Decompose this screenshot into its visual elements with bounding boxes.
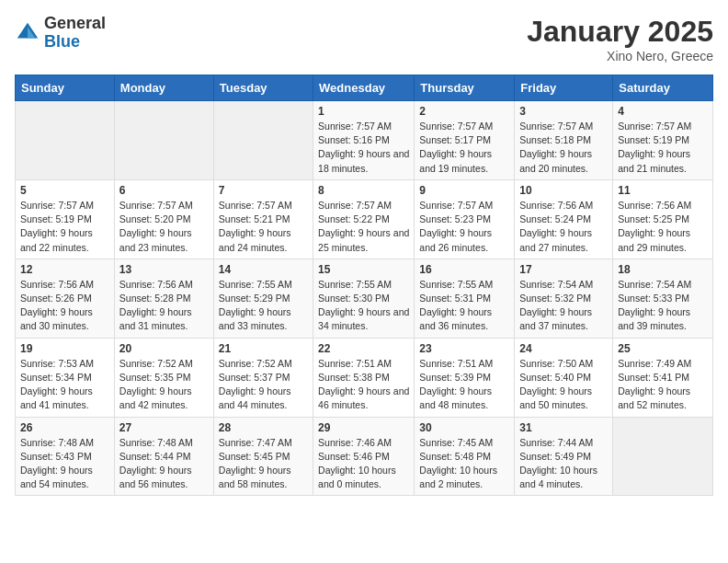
calendar-cell: 16 Sunrise: 7:55 AM Sunset: 5:31 PM Dayl… [415,259,515,338]
calendar-cell: 30 Sunrise: 7:45 AM Sunset: 5:48 PM Dayl… [415,417,515,496]
day-info: Sunrise: 7:55 AM Sunset: 5:31 PM Dayligh… [419,278,509,334]
sunrise-text: Sunrise: 7:57 AM [318,200,392,211]
sunrise-text: Sunrise: 7:52 AM [119,358,193,369]
sunset-text: Sunset: 5:34 PM [20,372,92,383]
sunrise-text: Sunrise: 7:51 AM [318,358,392,369]
daylight-text: Daylight: 9 hours and 27 minutes. [519,227,592,252]
sunset-text: Sunset: 5:48 PM [419,451,491,462]
daylight-text: Daylight: 9 hours and 30 minutes. [20,306,93,331]
sunrise-text: Sunrise: 7:53 AM [20,358,94,369]
calendar-cell: 28 Sunrise: 7:47 AM Sunset: 5:45 PM Dayl… [213,417,313,496]
day-number: 7 [219,184,308,197]
calendar-cell: 15 Sunrise: 7:55 AM Sunset: 5:30 PM Dayl… [313,259,415,338]
calendar-cell: 13 Sunrise: 7:56 AM Sunset: 5:28 PM Dayl… [114,259,213,338]
sunrise-text: Sunrise: 7:56 AM [618,200,691,211]
day-info: Sunrise: 7:55 AM Sunset: 5:29 PM Dayligh… [219,278,308,334]
day-info: Sunrise: 7:47 AM Sunset: 5:45 PM Dayligh… [219,436,308,492]
calendar-cell: 19 Sunrise: 7:53 AM Sunset: 5:34 PM Dayl… [16,338,115,417]
day-info: Sunrise: 7:49 AM Sunset: 5:41 PM Dayligh… [618,357,708,413]
daylight-text: Daylight: 9 hours and 20 minutes. [519,148,592,173]
daylight-text: Daylight: 9 hours and 22 minutes. [20,227,93,252]
sunrise-text: Sunrise: 7:45 AM [419,437,493,448]
sunset-text: Sunset: 5:49 PM [519,451,591,462]
calendar-cell: 18 Sunrise: 7:54 AM Sunset: 5:33 PM Dayl… [613,259,713,338]
daylight-text: Daylight: 9 hours and 37 minutes. [519,306,592,331]
calendar-cell: 26 Sunrise: 7:48 AM Sunset: 5:43 PM Dayl… [16,417,115,496]
daylight-text: Daylight: 9 hours and 21 minutes. [618,148,690,173]
day-number: 2 [419,105,509,118]
sunset-text: Sunset: 5:37 PM [219,372,290,383]
sunset-text: Sunset: 5:17 PM [419,134,491,145]
day-number: 24 [519,342,608,355]
day-info: Sunrise: 7:52 AM Sunset: 5:35 PM Dayligh… [119,357,209,413]
sunset-text: Sunset: 5:33 PM [618,293,689,304]
week-row-3: 12 Sunrise: 7:56 AM Sunset: 5:26 PM Dayl… [16,259,713,338]
sunrise-text: Sunrise: 7:48 AM [119,437,193,448]
day-info: Sunrise: 7:51 AM Sunset: 5:39 PM Dayligh… [419,357,509,413]
sunset-text: Sunset: 5:30 PM [318,293,390,304]
sunset-text: Sunset: 5:40 PM [519,372,591,383]
day-info: Sunrise: 7:57 AM Sunset: 5:18 PM Dayligh… [519,120,608,176]
day-number: 12 [20,263,109,276]
sunrise-text: Sunrise: 7:57 AM [618,121,691,132]
day-info: Sunrise: 7:44 AM Sunset: 5:49 PM Dayligh… [519,436,608,492]
daylight-text: Daylight: 9 hours and 42 minutes. [119,385,192,410]
daylight-text: Daylight: 9 hours and 33 minutes. [219,306,291,331]
sunset-text: Sunset: 5:19 PM [618,134,689,145]
sunrise-text: Sunrise: 7:48 AM [20,437,94,448]
day-info: Sunrise: 7:57 AM Sunset: 5:21 PM Dayligh… [219,199,308,255]
location: Xino Nero, Greece [527,49,713,63]
day-number: 26 [20,421,109,434]
sunset-text: Sunset: 5:25 PM [618,213,689,224]
day-number: 14 [219,263,308,276]
weekday-header-monday: Monday [114,75,213,101]
weekday-header-saturday: Saturday [613,75,713,101]
sunrise-text: Sunrise: 7:50 AM [519,358,593,369]
sunset-text: Sunset: 5:38 PM [318,372,390,383]
weekday-header-row: SundayMondayTuesdayWednesdayThursdayFrid… [16,75,713,101]
day-number: 1 [318,105,409,118]
sunset-text: Sunset: 5:44 PM [119,451,191,462]
week-row-5: 26 Sunrise: 7:48 AM Sunset: 5:43 PM Dayl… [16,417,713,496]
daylight-text: Daylight: 9 hours and 19 minutes. [419,148,492,173]
day-info: Sunrise: 7:54 AM Sunset: 5:32 PM Dayligh… [519,278,608,334]
day-info: Sunrise: 7:55 AM Sunset: 5:30 PM Dayligh… [318,278,409,334]
sunrise-text: Sunrise: 7:57 AM [519,121,593,132]
sunrise-text: Sunrise: 7:56 AM [20,279,94,290]
calendar-cell: 24 Sunrise: 7:50 AM Sunset: 5:40 PM Dayl… [515,338,613,417]
day-number: 8 [318,184,409,197]
day-info: Sunrise: 7:48 AM Sunset: 5:43 PM Dayligh… [20,436,109,492]
sunrise-text: Sunrise: 7:46 AM [318,437,392,448]
sunrise-text: Sunrise: 7:55 AM [219,279,292,290]
calendar-cell: 11 Sunrise: 7:56 AM Sunset: 5:25 PM Dayl… [613,179,713,259]
day-info: Sunrise: 7:56 AM Sunset: 5:24 PM Dayligh… [519,199,608,255]
daylight-text: Daylight: 9 hours and 26 minutes. [419,227,492,252]
sunrise-text: Sunrise: 7:52 AM [219,358,292,369]
logo-blue: Blue [44,33,106,52]
sunset-text: Sunset: 5:20 PM [119,213,191,224]
calendar-cell: 4 Sunrise: 7:57 AM Sunset: 5:19 PM Dayli… [613,101,713,180]
day-number: 9 [419,184,509,197]
day-number: 28 [219,421,308,434]
logo-icon [15,20,40,46]
sunrise-text: Sunrise: 7:54 AM [519,279,593,290]
calendar-cell [114,101,213,180]
calendar-cell: 10 Sunrise: 7:56 AM Sunset: 5:24 PM Dayl… [515,179,613,259]
page-header: General Blue January 2025 Xino Nero, Gre… [15,15,713,63]
sunrise-text: Sunrise: 7:57 AM [119,200,193,211]
day-number: 29 [318,421,409,434]
calendar-cell [213,101,313,180]
weekday-header-thursday: Thursday [415,75,515,101]
day-info: Sunrise: 7:57 AM Sunset: 5:22 PM Dayligh… [318,199,409,255]
sunset-text: Sunset: 5:19 PM [20,213,92,224]
daylight-text: Daylight: 9 hours and 36 minutes. [419,306,492,331]
sunset-text: Sunset: 5:16 PM [318,134,390,145]
day-info: Sunrise: 7:57 AM Sunset: 5:19 PM Dayligh… [618,120,708,176]
day-info: Sunrise: 7:57 AM Sunset: 5:16 PM Dayligh… [318,120,409,176]
calendar-cell: 25 Sunrise: 7:49 AM Sunset: 5:41 PM Dayl… [613,338,713,417]
calendar-cell: 8 Sunrise: 7:57 AM Sunset: 5:22 PM Dayli… [313,179,415,259]
sunrise-text: Sunrise: 7:55 AM [318,279,392,290]
day-number: 25 [618,342,708,355]
sunset-text: Sunset: 5:29 PM [219,293,290,304]
daylight-text: Daylight: 10 hours and 4 minutes. [519,465,597,489]
